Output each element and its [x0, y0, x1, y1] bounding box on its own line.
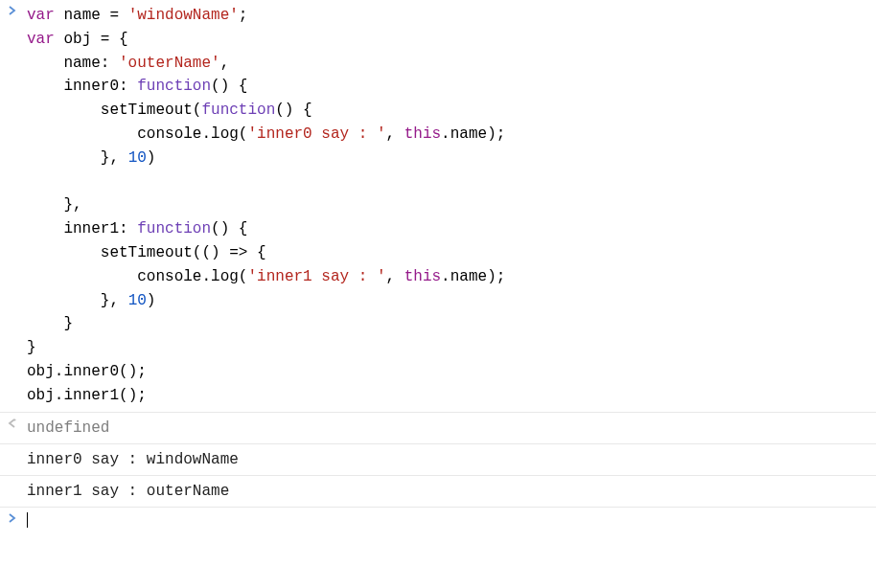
- code-token: .: [55, 387, 64, 404]
- code-token: :: [119, 220, 137, 237]
- code-token: :: [119, 78, 137, 95]
- code-block[interactable]: var name = 'windowName'; var obj = { nam…: [27, 4, 876, 408]
- code-token: setTimeout: [101, 102, 193, 119]
- code-token: :: [101, 55, 119, 72]
- code-token: .: [201, 125, 211, 143]
- code-token: },: [101, 149, 128, 167]
- code-token: ();: [119, 363, 147, 380]
- code-token: var: [27, 7, 55, 24]
- code-token: function: [137, 220, 211, 237]
- code-token: inner0: [63, 363, 119, 380]
- prompt-cursor[interactable]: [27, 512, 28, 528]
- code-token: =>: [229, 244, 247, 261]
- code-token: = {: [91, 31, 127, 48]
- console-prompt-entry[interactable]: [0, 508, 876, 534]
- code-token: 10: [128, 292, 147, 309]
- code-token: 'inner1 say : ': [247, 268, 385, 285]
- code-token: obj: [27, 363, 55, 380]
- console-log-entry: inner0 say : windowName: [0, 444, 876, 476]
- code-token: log: [211, 125, 239, 143]
- code-token: name: [63, 55, 100, 72]
- log-message: inner0 say : windowName: [27, 451, 239, 468]
- code-token: var: [27, 31, 55, 48]
- code-token: () {: [211, 78, 247, 95]
- code-token: },: [63, 196, 81, 214]
- code-token: ): [147, 149, 156, 167]
- code-token: this: [404, 268, 441, 285]
- code-token: {: [247, 244, 265, 261]
- code-token: .: [201, 268, 211, 285]
- console-result-entry: undefined: [0, 413, 876, 444]
- code-token: name: [63, 7, 100, 24]
- code-token: ;: [239, 7, 248, 24]
- result-chevron-icon: [8, 418, 19, 430]
- code-token: name: [450, 125, 487, 143]
- input-chevron-icon: [8, 513, 19, 525]
- code-token: 10: [128, 149, 147, 167]
- code-token: 'windowName': [128, 7, 239, 24]
- code-token: inner0: [63, 78, 119, 95]
- code-token: ((): [193, 244, 229, 261]
- code-token: .: [441, 268, 450, 285]
- input-chevron-icon: [8, 6, 19, 17]
- result-value: undefined: [27, 419, 109, 437]
- code-token: console: [137, 268, 201, 285]
- code-token: }: [27, 339, 36, 356]
- code-token: );: [487, 125, 505, 143]
- code-token: );: [487, 268, 505, 285]
- code-token: inner1: [63, 220, 119, 237]
- code-token: console: [137, 125, 201, 143]
- code-token: setTimeout: [101, 244, 193, 261]
- code-token: =: [101, 7, 128, 24]
- code-token: (: [193, 102, 202, 119]
- code-token: name: [450, 268, 487, 285]
- code-token: inner1: [63, 387, 119, 404]
- code-token: 'outerName': [119, 55, 220, 72]
- code-token: obj: [27, 387, 55, 404]
- code-token: },: [101, 292, 128, 309]
- code-token: [55, 7, 64, 24]
- code-token: this: [404, 125, 441, 143]
- code-token: ();: [119, 387, 147, 404]
- code-token: function: [137, 78, 211, 95]
- code-token: function: [201, 102, 275, 119]
- console-log-entry: inner1 say : outerName: [0, 476, 876, 508]
- code-token: () {: [275, 102, 311, 119]
- code-token: ,: [386, 268, 404, 285]
- code-token: () {: [211, 220, 247, 237]
- console-input-entry: var name = 'windowName'; var obj = { nam…: [0, 0, 876, 413]
- code-token: .: [441, 125, 450, 143]
- code-token: }: [63, 315, 73, 332]
- code-token: .: [55, 363, 64, 380]
- code-token: [55, 31, 64, 48]
- code-token: ,: [386, 125, 404, 143]
- code-token: log: [211, 268, 239, 285]
- code-token: 'inner0 say : ': [247, 125, 385, 143]
- code-token: ,: [220, 55, 230, 72]
- code-token: ): [147, 292, 156, 309]
- code-token: obj: [63, 31, 91, 48]
- log-message: inner1 say : outerName: [27, 483, 229, 500]
